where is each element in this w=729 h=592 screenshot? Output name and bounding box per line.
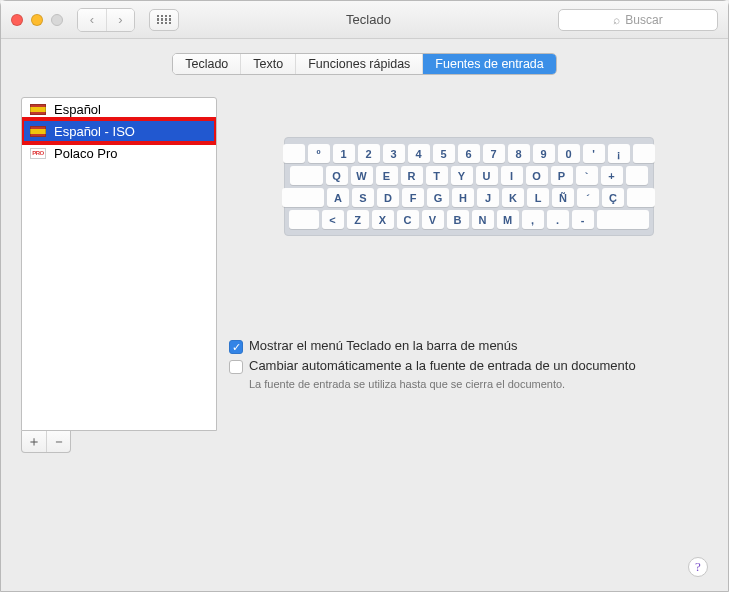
highlight-box	[21, 117, 217, 145]
key: E	[376, 166, 398, 185]
key: I	[501, 166, 523, 185]
key: <	[322, 210, 344, 229]
key: R	[401, 166, 423, 185]
search-field[interactable]: ⌕ Buscar	[558, 9, 718, 31]
spacer-key	[627, 188, 655, 207]
keyboard-prefs-window: ‹ › Teclado ⌕ Buscar TecladoTextoFuncion…	[0, 0, 729, 592]
keyboard-row-0: º1234567890'¡	[289, 144, 649, 163]
key: M	[497, 210, 519, 229]
spacer-key	[290, 166, 323, 185]
spacer-key	[626, 166, 648, 185]
auto-switch-note: La fuente de entrada se utiliza hasta qu…	[249, 378, 708, 390]
key: 1	[333, 144, 355, 163]
auto-switch-label: Cambiar automáticamente a la fuente de e…	[249, 358, 636, 373]
spacer-key	[282, 188, 324, 207]
key: .	[547, 210, 569, 229]
tab-bar: TecladoTextoFunciones rápidasFuentes de …	[21, 53, 708, 75]
key: Q	[326, 166, 348, 185]
show-menu-label: Mostrar el menú Teclado en la barra de m…	[249, 338, 518, 353]
key: U	[476, 166, 498, 185]
tab-0[interactable]: Teclado	[173, 54, 241, 74]
key: º	[308, 144, 330, 163]
search-placeholder: Buscar	[625, 13, 662, 27]
spacer-key	[597, 210, 649, 229]
key: D	[377, 188, 399, 207]
remove-source-button[interactable]: －	[46, 431, 70, 452]
key: A	[327, 188, 349, 207]
titlebar: ‹ › Teclado ⌕ Buscar	[1, 1, 728, 39]
key: +	[601, 166, 623, 185]
key: K	[502, 188, 524, 207]
spacer-key	[289, 210, 319, 229]
tab-1[interactable]: Texto	[241, 54, 296, 74]
key: Z	[347, 210, 369, 229]
key: 4	[408, 144, 430, 163]
key: N	[472, 210, 494, 229]
key: -	[572, 210, 594, 229]
key: O	[526, 166, 548, 185]
key: 7	[483, 144, 505, 163]
options-group: ✓ Mostrar el menú Teclado en la barra de…	[229, 338, 708, 390]
zoom-icon[interactable]	[51, 14, 63, 26]
key: Ç	[602, 188, 624, 207]
content-area: TecladoTextoFunciones rápidasFuentes de …	[1, 39, 728, 463]
keyboard-row-3: <ZXCVBNM,.-	[289, 210, 649, 229]
key: 5	[433, 144, 455, 163]
help-button[interactable]: ?	[688, 557, 708, 577]
window-controls	[11, 14, 63, 26]
flag-icon	[30, 104, 46, 115]
key: '	[583, 144, 605, 163]
key: 2	[358, 144, 380, 163]
search-icon: ⌕	[613, 13, 620, 27]
key: P	[551, 166, 573, 185]
window-title: Teclado	[187, 12, 550, 27]
key: G	[427, 188, 449, 207]
key: 9	[533, 144, 555, 163]
key: B	[447, 210, 469, 229]
minimize-icon[interactable]	[31, 14, 43, 26]
add-remove-toolbar: ＋ －	[21, 431, 71, 453]
forward-button[interactable]: ›	[106, 9, 134, 31]
close-icon[interactable]	[11, 14, 23, 26]
pro-badge-icon: PRO	[30, 148, 46, 159]
tab-2[interactable]: Funciones rápidas	[296, 54, 423, 74]
key: 6	[458, 144, 480, 163]
keyboard-preview: º1234567890'¡QWERTYUIOP`+ASDFGHJKLÑ´Ç<ZX…	[284, 137, 654, 236]
key: V	[422, 210, 444, 229]
keyboard-row-1: QWERTYUIOP`+	[289, 166, 649, 185]
add-source-button[interactable]: ＋	[22, 431, 46, 452]
key: ´	[577, 188, 599, 207]
source-label: Polaco Pro	[54, 146, 118, 161]
spacer-key	[633, 144, 655, 163]
input-sources-list[interactable]: EspañolEspañol - ISOPROPolaco Pro	[21, 97, 217, 431]
key: ¡	[608, 144, 630, 163]
keyboard-row-2: ASDFGHJKLÑ´Ç	[289, 188, 649, 207]
key: Ñ	[552, 188, 574, 207]
show-menu-checkbox[interactable]: ✓	[229, 340, 243, 354]
key: L	[527, 188, 549, 207]
spacer-key	[283, 144, 305, 163]
key: X	[372, 210, 394, 229]
tab-3[interactable]: Fuentes de entrada	[423, 54, 555, 74]
key: J	[477, 188, 499, 207]
auto-switch-checkbox[interactable]	[229, 360, 243, 374]
key: 0	[558, 144, 580, 163]
grid-icon	[157, 15, 171, 25]
key: ,	[522, 210, 544, 229]
key: `	[576, 166, 598, 185]
key: S	[352, 188, 374, 207]
key: H	[452, 188, 474, 207]
key: F	[402, 188, 424, 207]
source-label: Español	[54, 102, 101, 117]
back-button[interactable]: ‹	[78, 9, 106, 31]
key: 3	[383, 144, 405, 163]
key: W	[351, 166, 373, 185]
key: Y	[451, 166, 473, 185]
show-all-button[interactable]	[149, 9, 179, 31]
key: 8	[508, 144, 530, 163]
key: T	[426, 166, 448, 185]
source-row-2[interactable]: PROPolaco Pro	[22, 142, 216, 164]
nav-back-forward: ‹ ›	[77, 8, 135, 32]
key: C	[397, 210, 419, 229]
